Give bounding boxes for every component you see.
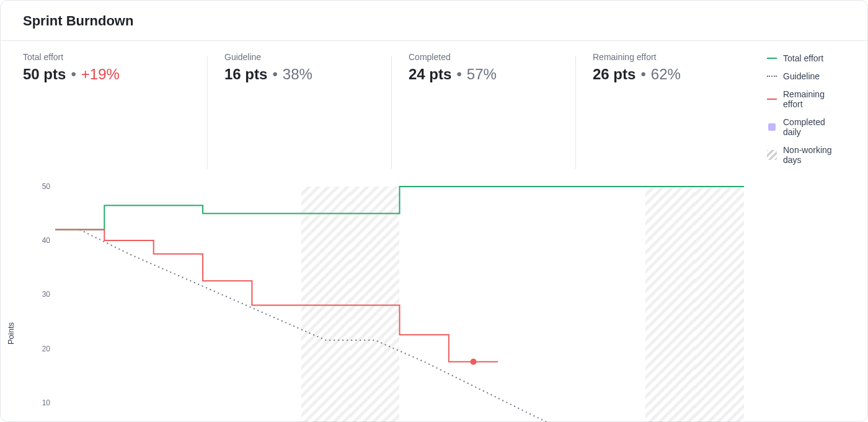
series-total-effort <box>55 187 744 230</box>
legend-item: Guideline <box>767 71 845 81</box>
summary-percent: 38% <box>283 66 312 83</box>
card-title: Sprint Burndown <box>23 13 845 29</box>
chart: Points Day 01020304050 Aug 1Aug 2Aug 3Au… <box>19 182 754 422</box>
summary-dot: • <box>640 66 645 83</box>
y-tick: 10 <box>32 398 50 407</box>
summary-remaining: Remaining effort 26 pts • 62% <box>575 52 760 173</box>
legend-item: Completed daily <box>767 117 845 137</box>
y-tick: 20 <box>32 345 50 353</box>
legend-label: Completed daily <box>783 117 845 137</box>
summary-value: 50 pts • +19% <box>23 66 192 83</box>
legend-item: Non-working days <box>767 145 845 165</box>
summary-points: 24 pts <box>409 66 451 83</box>
card-header: Sprint Burndown <box>1 1 867 41</box>
legend-swatch <box>767 53 777 63</box>
summary-label: Total effort <box>23 52 192 62</box>
series-remaining-effort <box>55 230 498 362</box>
legend-label: Guideline <box>783 71 820 81</box>
summary-dot: • <box>456 66 461 83</box>
summary-row: Total effort 50 pts • +19% Guideline 16 … <box>1 41 867 173</box>
summary-dot: • <box>71 66 76 83</box>
legend-item: Total effort <box>767 53 845 63</box>
chart-area-wrap: Points Day 01020304050 Aug 1Aug 2Aug 3Au… <box>1 173 867 422</box>
summary-dot: • <box>272 66 277 83</box>
y-tick: 50 <box>32 182 50 191</box>
summary-points: 26 pts <box>593 66 636 83</box>
plot-area <box>55 187 744 422</box>
summary-value: 26 pts • 62% <box>593 66 745 83</box>
legend-swatch <box>767 94 777 104</box>
summary-percent: 62% <box>651 66 681 83</box>
summary-points: 16 pts <box>224 66 267 83</box>
legend-label: Total effort <box>783 53 823 63</box>
legend-swatch <box>767 71 777 81</box>
y-axis-title: Points <box>6 322 16 345</box>
legend-label: Remaining effort <box>783 89 845 109</box>
legend-swatch <box>767 122 777 132</box>
summary-points: 50 pts <box>23 66 66 83</box>
legend-label: Non-working days <box>783 145 845 165</box>
sprint-burndown-card: Sprint Burndown Total effort 50 pts • +1… <box>0 0 868 422</box>
summary-percent: 57% <box>467 66 497 83</box>
legend-item: Remaining effort <box>767 89 845 109</box>
remaining-effort-endpoint <box>471 359 477 365</box>
summary-guideline: Guideline 16 pts • 38% <box>207 52 391 173</box>
summary-value: 24 pts • 57% <box>409 66 560 83</box>
summary-value: 16 pts • 38% <box>224 66 376 83</box>
summary-completed: Completed 24 pts • 57% <box>391 52 575 173</box>
summary-total-effort: Total effort 50 pts • +19% <box>23 52 207 173</box>
chart-legend: Total effortGuidelineRemaining effortCom… <box>760 52 845 173</box>
summary-label: Remaining effort <box>593 52 745 62</box>
summary-label: Guideline <box>224 52 376 62</box>
y-tick: 30 <box>32 290 50 299</box>
summary-percent: +19% <box>81 66 120 83</box>
summary-label: Completed <box>409 52 560 62</box>
legend-swatch <box>767 150 777 160</box>
y-tick: 40 <box>32 236 50 245</box>
